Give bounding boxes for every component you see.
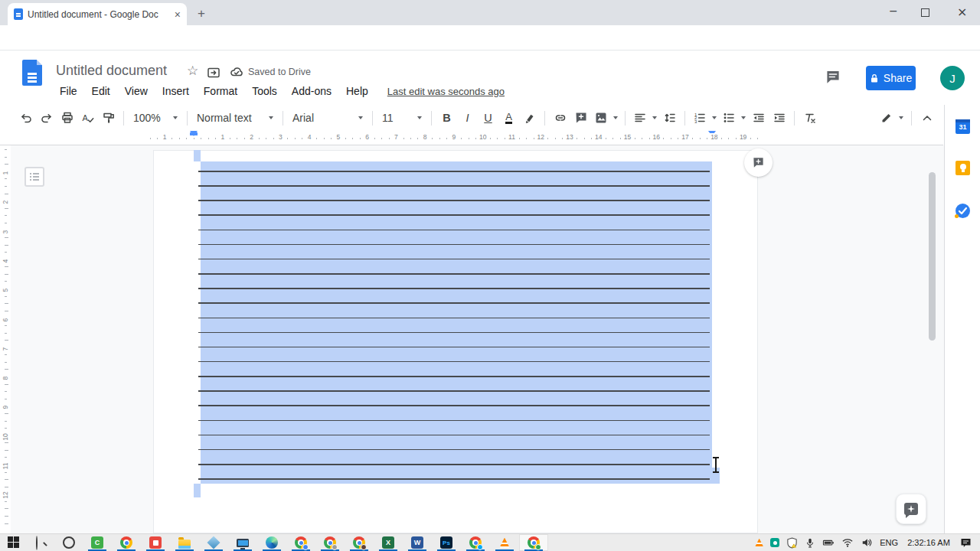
account-avatar[interactable]: J [940,66,965,90]
ruler-tick [287,138,288,139]
insert-image-icon[interactable] [591,108,620,128]
collapse-toolbar-icon[interactable] [916,108,937,128]
taskbar-word-icon[interactable]: W [403,534,432,551]
menu-edit[interactable]: Edit [86,83,116,99]
menu-addons[interactable]: Add-ons [286,83,338,99]
add-comment-fab[interactable] [744,148,773,177]
menu-view[interactable]: View [119,83,154,99]
decrease-indent-icon[interactable] [748,108,769,128]
menu-tools[interactable]: Tools [246,83,283,99]
italic-button[interactable]: I [457,108,478,128]
taskbar-file-explorer-icon[interactable] [170,534,199,551]
share-button[interactable]: Share [866,66,916,90]
taskbar-chrome-active-icon[interactable] [519,534,548,551]
taskbar-chrome-profile-1-icon[interactable] [286,534,315,551]
screen-recorder-icon[interactable] [770,538,779,547]
close-tab-icon[interactable]: × [175,8,181,21]
vertical-scrollbar[interactable] [929,172,936,341]
paint-format-icon[interactable] [98,108,119,128]
text-color-button[interactable]: A [498,108,519,128]
spellcheck-icon[interactable]: A [77,108,98,128]
star-doc-icon[interactable]: ☆ [187,63,198,78]
action-center-icon[interactable] [959,536,972,549]
print-icon[interactable] [57,108,77,128]
explore-button[interactable] [896,494,926,524]
align-icon[interactable] [630,108,659,128]
saved-status[interactable]: Saved to Drive [230,66,311,77]
taskbar-chrome-profile-2-icon[interactable] [315,534,345,551]
toolbar-separator [794,111,795,126]
vertical-ruler[interactable]: 123456789101112 [0,145,11,533]
google-keep-icon[interactable] [956,161,970,175]
volume-icon[interactable] [861,537,873,548]
taskbar-excel-icon[interactable]: X [374,534,403,551]
menu-file[interactable]: File [54,83,83,99]
underline-button[interactable]: U [478,108,498,128]
line-spacing-icon[interactable] [659,108,680,128]
vlc-tray-icon[interactable] [755,539,763,547]
ruler-tick [5,266,8,267]
taskbar-snagit-icon[interactable] [199,534,228,551]
taskbar-chrome-profile-3-icon[interactable] [345,534,374,551]
google-calendar-icon[interactable]: 31 [956,119,970,134]
undo-icon[interactable] [15,108,36,128]
insert-link-icon[interactable] [550,108,570,128]
taskbar-edge-icon[interactable] [257,534,286,551]
document-outline-icon[interactable] [24,167,44,187]
browser-tab[interactable]: Untitled document - Google Doc × [8,3,187,25]
horizontal-ruler[interactable]: 112345678910111213141516171819 [0,131,943,145]
taskbar-search-icon[interactable] [28,534,55,551]
styles-select[interactable]: Normal text [192,108,278,128]
editing-mode-icon[interactable] [876,108,906,128]
bulleted-list-icon[interactable] [719,108,748,128]
selected-underscore-line [198,214,710,216]
clock[interactable]: 2:32:16 AM [905,538,952,547]
menu-insert[interactable]: Insert [156,83,195,99]
battery-icon[interactable] [822,537,835,548]
new-tab-button[interactable]: + [198,6,205,21]
taskbar-camtasia-recorder-icon[interactable] [141,534,170,551]
numbered-list-icon[interactable]: 123 [690,108,719,128]
menu-help[interactable]: Help [340,83,374,99]
ruler-number: 19 [738,133,748,141]
last-edit-link[interactable]: Last edit was seconds ago [387,86,505,97]
clear-formatting-icon[interactable] [799,108,820,128]
taskbar-camtasia-icon[interactable]: C [83,534,112,551]
language-indicator[interactable]: ENG [880,538,898,547]
close-window-button[interactable]: × [957,5,967,19]
zoom-select[interactable]: 100% [129,108,182,128]
doc-title[interactable]: Untitled document [56,63,167,79]
taskbar-start-icon[interactable] [0,534,28,551]
ruler-number: 13 [564,133,574,141]
taskbar-chrome-profile-4-icon[interactable] [461,534,490,551]
restore-button[interactable] [921,8,929,17]
font-select[interactable]: Arial [288,108,368,128]
add-comment-icon[interactable] [570,108,591,128]
microphone-icon[interactable] [805,537,815,549]
ruler-tick [606,138,606,139]
taskbar-photoshop-icon[interactable]: Ps [432,534,461,551]
bold-button[interactable]: B [436,108,457,128]
font-size-select[interactable]: 11 [377,108,426,128]
first-line-indent-marker[interactable] [190,132,198,135]
ruler-number: 5 [335,133,341,141]
selected-underscore-line [198,376,710,377]
highlight-color-icon[interactable] [519,108,540,128]
move-folder-icon[interactable] [207,67,220,82]
taskbar-remote-display-icon[interactable] [228,534,257,551]
menu-format[interactable]: Format [198,83,243,99]
left-indent-marker[interactable] [190,131,198,136]
docs-logo-icon[interactable] [22,60,42,86]
minimize-button[interactable]: − [889,5,898,17]
redo-icon[interactable] [36,108,57,128]
google-tasks-icon[interactable] [956,204,970,218]
taskbar-cortana-icon[interactable] [55,534,83,551]
wifi-icon[interactable] [841,537,854,548]
security-shield-icon[interactable] [786,537,798,549]
taskbar-chrome-icon[interactable] [112,534,141,551]
ruler-tick [5,442,8,443]
increase-indent-icon[interactable] [769,108,789,128]
open-comments-icon[interactable] [825,69,841,88]
ruler-number: 14 [593,133,603,141]
taskbar-vlc-icon[interactable] [490,534,519,551]
